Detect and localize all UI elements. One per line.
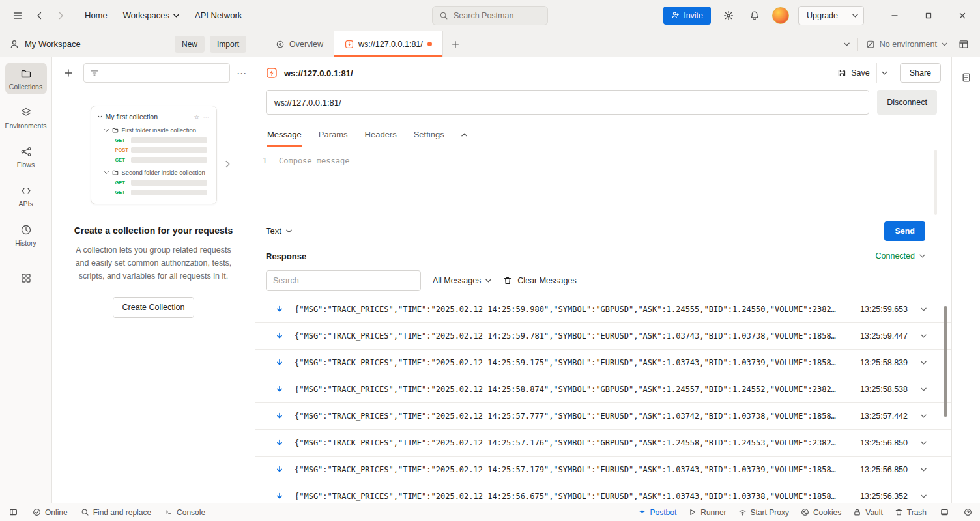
- share-button[interactable]: Share: [900, 63, 941, 83]
- workspace-title[interactable]: My Workspace: [25, 39, 81, 49]
- expand-chevron-icon[interactable]: [921, 494, 927, 498]
- toggle-sidebar-icon[interactable]: [7, 504, 20, 521]
- upgrade-chevron-icon[interactable]: [846, 7, 863, 25]
- tab-websocket-request[interactable]: ws://127.0.0.1:81/: [334, 31, 443, 57]
- chevron-down-icon: [942, 42, 947, 46]
- message-time: 13:25:56.850: [860, 465, 908, 474]
- editor-scrollbar[interactable]: [934, 150, 937, 215]
- tab-message[interactable]: Message: [267, 122, 302, 147]
- nav-home[interactable]: Home: [85, 10, 108, 20]
- message-type-selector[interactable]: Text: [266, 226, 292, 236]
- tab-list-chevron-icon[interactable]: [844, 42, 850, 46]
- line-number: 1: [255, 156, 274, 216]
- sidebar-item-history[interactable]: History: [5, 219, 47, 251]
- new-button[interactable]: New: [175, 36, 205, 53]
- send-button[interactable]: Send: [884, 221, 925, 241]
- save-options-chevron-icon[interactable]: [876, 63, 892, 83]
- find-and-replace[interactable]: Find and replace: [81, 508, 151, 517]
- message-row[interactable]: {"MSG":"TRACK_PRICES","TIME":"2025.02.12…: [255, 457, 951, 483]
- expand-chevron-icon[interactable]: [921, 334, 927, 338]
- sidebar-item-environments[interactable]: Environments: [5, 102, 47, 134]
- url-input[interactable]: [266, 90, 869, 115]
- collapse-editor-chevron-icon[interactable]: [461, 122, 467, 147]
- back-arrow-icon[interactable]: [31, 7, 48, 24]
- sidebar-item-apis[interactable]: APIs: [5, 180, 47, 212]
- postbot-label: Postbot: [650, 508, 677, 517]
- console-button[interactable]: Console: [164, 508, 205, 517]
- chevron-down-icon: [286, 229, 292, 233]
- hamburger-menu-icon[interactable]: [9, 7, 26, 24]
- window-close-icon[interactable]: [954, 7, 971, 24]
- online-check-icon: [33, 508, 41, 516]
- expand-chevron-icon[interactable]: [921, 414, 927, 418]
- upgrade-button[interactable]: Upgrade: [799, 7, 846, 25]
- sidebar-item-more-tools[interactable]: [5, 267, 47, 289]
- start-proxy-button[interactable]: Start Proxy: [738, 508, 789, 517]
- message-row[interactable]: {"MSG":"TRACK_PRICES","TIME":"2025.02.12…: [255, 403, 951, 430]
- online-status[interactable]: Online: [33, 508, 68, 517]
- settings-gear-icon[interactable]: [720, 7, 737, 24]
- tab-websocket-label: ws://127.0.0.1:81/: [358, 40, 423, 49]
- message-row[interactable]: {"MSG":"TRACK_PRICES","TIME":"2025.02.12…: [255, 296, 951, 323]
- message-text: {"MSG":"TRACK_PRICES","TIME":"2025.02.12…: [295, 358, 846, 367]
- connection-status[interactable]: Connected: [876, 251, 925, 260]
- vault-button[interactable]: Vault: [853, 508, 882, 517]
- sidebar-item-flows[interactable]: Flows: [5, 141, 47, 173]
- expand-chevron-icon[interactable]: [921, 468, 927, 472]
- response-search-input[interactable]: [266, 270, 421, 291]
- tab-bar: Overview ws://127.0.0.1:81/ No environme…: [255, 31, 980, 57]
- save-button[interactable]: Save: [831, 63, 876, 83]
- expand-chevron-icon[interactable]: [921, 387, 927, 391]
- sidebar-more-icon[interactable]: ⋯: [237, 68, 247, 78]
- postbot-button[interactable]: Postbot: [638, 508, 677, 517]
- invite-button[interactable]: Invite: [663, 7, 711, 25]
- sidebar-filter-box[interactable]: [83, 63, 230, 83]
- global-search[interactable]: Search Postman: [432, 6, 548, 25]
- clear-messages-button[interactable]: Clear Messages: [503, 276, 576, 285]
- flows-icon: [20, 146, 32, 158]
- connection-status-label: Connected: [876, 251, 915, 260]
- add-collection-plus-icon[interactable]: [60, 64, 77, 81]
- message-row[interactable]: {"MSG":"TRACK_PRICES","TIME":"2025.02.12…: [255, 376, 951, 403]
- sidebar-collapse-chevron-icon[interactable]: [224, 159, 231, 169]
- window-minimize-icon[interactable]: [886, 7, 903, 24]
- tab-overview[interactable]: Overview: [265, 31, 334, 57]
- chevron-down-icon: [98, 115, 102, 119]
- tab-settings[interactable]: Settings: [414, 122, 444, 147]
- expand-chevron-icon[interactable]: [921, 361, 927, 365]
- apis-icon: [20, 185, 32, 197]
- window-maximize-icon[interactable]: [920, 7, 937, 24]
- message-row[interactable]: {"MSG":"TRACK_PRICES","TIME":"2025.02.12…: [255, 323, 951, 350]
- environment-selector[interactable]: No environment: [866, 40, 947, 49]
- forward-arrow-icon[interactable]: [52, 7, 69, 24]
- cookies-button[interactable]: Cookies: [801, 508, 841, 517]
- message-filter-selector[interactable]: All Messages: [433, 276, 491, 285]
- nav-workspaces[interactable]: Workspaces: [123, 10, 179, 20]
- sidebar-item-collections[interactable]: Collections: [5, 63, 47, 94]
- message-row[interactable]: {"MSG":"TRACK_PRICES","TIME":"2025.02.12…: [255, 350, 951, 376]
- documentation-icon[interactable]: [958, 69, 975, 86]
- response-scrollbar[interactable]: [944, 306, 947, 417]
- message-editor[interactable]: 1 Compose message: [255, 147, 951, 216]
- save-icon: [837, 68, 846, 77]
- disconnect-button[interactable]: Disconnect: [877, 90, 937, 115]
- runner-button[interactable]: Runner: [688, 508, 726, 517]
- method-get: GET: [115, 180, 127, 186]
- create-collection-button[interactable]: Create Collection: [113, 297, 195, 318]
- tab-headers[interactable]: Headers: [365, 122, 397, 147]
- nav-api-network[interactable]: API Network: [195, 10, 242, 20]
- message-row[interactable]: {"MSG":"TRACK_PRICES","TIME":"2025.02.12…: [255, 430, 951, 457]
- environment-quick-look-icon[interactable]: [955, 36, 972, 53]
- tab-params[interactable]: Params: [319, 122, 348, 147]
- new-tab-button[interactable]: [443, 31, 468, 57]
- expand-chevron-icon[interactable]: [921, 441, 927, 445]
- import-button[interactable]: Import: [210, 36, 246, 53]
- expand-chevron-icon[interactable]: [921, 307, 927, 311]
- user-avatar[interactable]: [772, 7, 789, 24]
- message-row[interactable]: {"MSG":"TRACK_PRICES","TIME":"2025.02.12…: [255, 483, 951, 503]
- bottom-panel-icon[interactable]: [938, 504, 950, 521]
- trash-button[interactable]: Trash: [895, 508, 927, 517]
- help-icon[interactable]: [962, 504, 973, 521]
- notifications-bell-icon[interactable]: [746, 7, 763, 24]
- request-placeholder-bar: [131, 190, 207, 195]
